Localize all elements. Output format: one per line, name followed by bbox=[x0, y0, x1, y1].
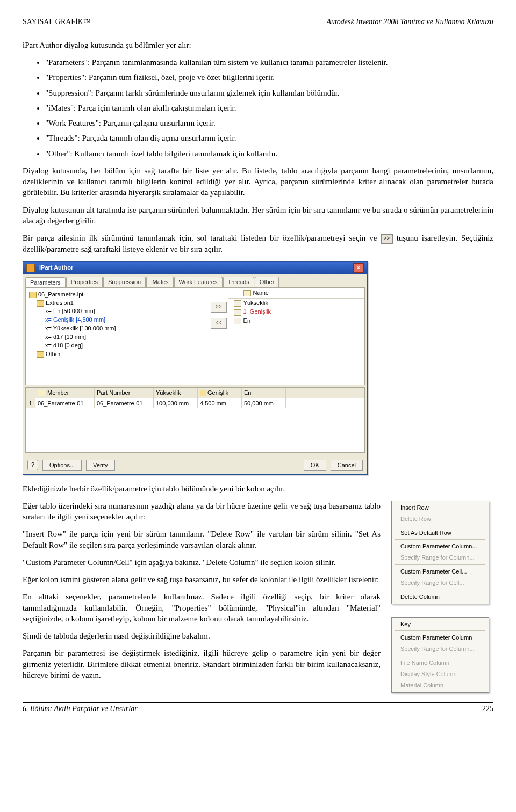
tab-workfeatures[interactable]: Work Features bbox=[174, 277, 223, 287]
tab-imates[interactable]: iMates bbox=[146, 277, 173, 287]
ctx2-range-col: Specify Range for Column... bbox=[393, 643, 488, 655]
ctx-default-row[interactable]: Set As Default Row bbox=[393, 527, 488, 539]
name-yukseklik[interactable]: Yükseklik bbox=[243, 300, 268, 306]
grid-h-member[interactable]: Member bbox=[47, 389, 69, 396]
ctx-custom-col[interactable]: Custom Parameter Column... bbox=[393, 541, 488, 552]
para-bottom-options: En alttaki seçenekler, parametrelerde ku… bbox=[23, 591, 381, 624]
tree-en[interactable]: x= En [50,000 mm] bbox=[29, 307, 205, 315]
tab-other[interactable]: Other bbox=[255, 277, 280, 287]
context-separator bbox=[395, 590, 485, 590]
ctx-custom-cell[interactable]: Custom Parameter Cell... bbox=[393, 566, 488, 577]
help-icon[interactable]: ? bbox=[27, 460, 38, 470]
para-units: Parçanın bir parametresi ise değiştirmek… bbox=[23, 648, 381, 680]
grid-row-1[interactable]: 1 06_Parametre-01 06_Parametre-01 100,00… bbox=[26, 398, 364, 409]
cell-genislik[interactable]: 4,500 mm bbox=[198, 398, 242, 409]
grid-h-genislik[interactable]: Genişlik bbox=[207, 389, 228, 396]
tree-pane[interactable]: 06_Parametre.ipt Extrusion1 x= En [50,00… bbox=[26, 288, 209, 385]
para-row-ops: "Insert Row" ile parça için yeni bir sür… bbox=[23, 528, 381, 550]
bottom-rule bbox=[23, 702, 493, 703]
ipart-author-dialog: iPart Author × Parameters Properties Sup… bbox=[23, 261, 368, 475]
ctx-insert-row[interactable]: Insert Row bbox=[393, 502, 488, 513]
grid-h-en[interactable]: En bbox=[242, 388, 286, 398]
cell-yukseklik[interactable]: 100,000 mm bbox=[154, 398, 198, 409]
para-custom-col: "Custom Parameter Column/Cell" için aşağ… bbox=[23, 557, 381, 568]
bullet-imates: "iMates": Parça için tanımlı olan akıllı… bbox=[45, 103, 493, 113]
p3a: Bir parça ailesinin ilk sürümünü tanımla… bbox=[23, 234, 381, 242]
close-icon[interactable]: × bbox=[353, 263, 364, 273]
grid-h-num bbox=[26, 388, 35, 398]
cell-en[interactable]: 50,000 mm bbox=[242, 398, 286, 409]
context-separator bbox=[395, 564, 485, 565]
verify-button[interactable]: Verify bbox=[86, 460, 115, 471]
context-separator bbox=[395, 526, 485, 526]
grid-h-yukseklik[interactable]: Yükseklik bbox=[154, 388, 198, 398]
feature-bullets: "Parameters": Parçanın tanımlanmasında k… bbox=[23, 57, 493, 159]
key-icon bbox=[38, 390, 45, 396]
intro-para: iPart Author diyalog kutusunda şu bölüml… bbox=[23, 40, 493, 50]
cell-member[interactable]: 06_Parametre-01 bbox=[35, 398, 95, 409]
list-icon bbox=[234, 309, 241, 316]
header-right: Autodesk Inventor 2008 Tanıtma ve Kullan… bbox=[326, 17, 493, 27]
remove-button[interactable]: << bbox=[211, 318, 227, 329]
add-button[interactable]: >> bbox=[211, 302, 227, 313]
tab-properties[interactable]: Properties bbox=[66, 277, 103, 287]
cell-partnumber[interactable]: 06_Parametre-01 bbox=[95, 398, 154, 409]
grid-area: Member Part Number Yükseklik Genişlik En… bbox=[25, 387, 365, 453]
tab-parameters[interactable]: Parameters bbox=[25, 277, 66, 288]
column-context-menu: Key Custom Parameter Column Specify Rang… bbox=[391, 617, 489, 693]
folder-icon bbox=[29, 292, 37, 298]
dialog-footer: ? Options... Verify OK Cancel bbox=[23, 456, 367, 474]
ctx2-key[interactable]: Key bbox=[393, 619, 488, 630]
ctx-range-col: Specify Range for Column... bbox=[393, 552, 488, 563]
tab-suppression[interactable]: Suppression bbox=[103, 277, 146, 287]
tree-root[interactable]: 06_Parametre.ipt bbox=[38, 291, 83, 298]
tree-yukseklik[interactable]: x= Yükseklik [100,000 mm] bbox=[29, 324, 205, 332]
ctx-range-cell: Specify Range for Cell... bbox=[393, 577, 488, 589]
ctx2-material-col: Material Column bbox=[393, 680, 488, 691]
key-icon bbox=[243, 290, 251, 296]
transfer-buttons: >> << bbox=[209, 288, 228, 385]
name-en[interactable]: En bbox=[243, 317, 250, 324]
tree-other[interactable]: Other bbox=[46, 351, 61, 357]
cancel-button[interactable]: Cancel bbox=[331, 460, 363, 471]
context-separator bbox=[395, 656, 485, 656]
dialog-title: iPart Author bbox=[39, 264, 73, 271]
options-button[interactable]: Options... bbox=[42, 460, 82, 471]
ctx-delete-row: Delete Row bbox=[393, 513, 488, 525]
para-first-version: Bir parça ailesinin ilk sürümünü tanımla… bbox=[23, 233, 493, 255]
bullet-other: "Other": Kullanıcı tanımlı özel tablo bi… bbox=[45, 148, 493, 159]
tree-extrusion[interactable]: Extrusion1 bbox=[46, 300, 74, 306]
dialog-titlebar[interactable]: iPart Author × bbox=[23, 262, 367, 274]
folder-icon bbox=[37, 351, 44, 358]
feature-icon bbox=[37, 300, 44, 307]
bullet-threads: "Threads": Parçada tanımlı olan diş açma… bbox=[45, 133, 493, 143]
row-context-menu: Insert Row Delete Row Set As Default Row… bbox=[391, 501, 489, 604]
tree-d18[interactable]: x= d18 [0 deg] bbox=[29, 342, 205, 350]
ok-button[interactable]: OK bbox=[304, 460, 326, 471]
tab-body: 06_Parametre.ipt Extrusion1 x= En [50,00… bbox=[25, 287, 365, 385]
ctx2-custom-col[interactable]: Custom Parameter Column bbox=[393, 632, 488, 643]
row-num[interactable]: 1 bbox=[26, 398, 35, 409]
ctx2-display-col: Display Style Column bbox=[393, 669, 488, 680]
app-icon bbox=[26, 264, 35, 272]
tab-threads[interactable]: Threads bbox=[223, 277, 254, 287]
para-versions: Diyalog kutusunun alt tarafında ise parç… bbox=[23, 205, 493, 227]
grid-header: Member Part Number Yükseklik Genişlik En bbox=[26, 388, 364, 398]
grid-h-partnumber[interactable]: Part Number bbox=[95, 388, 154, 398]
name-num: 1 bbox=[243, 308, 247, 315]
para-rightclick-row: Eğer tablo üzerindeki sıra numarasının y… bbox=[23, 501, 381, 523]
ctx-delete-col[interactable]: Delete Column bbox=[393, 591, 488, 603]
dialog-tabs: Parameters Properties Suppression iMates… bbox=[23, 274, 367, 287]
para-list-desc: Diyalog kutusunda, her bölüm için sağ ta… bbox=[23, 165, 493, 198]
bullet-workfeatures: "Work Features": Parçanın çalışma unsurl… bbox=[45, 118, 493, 128]
bullet-suppression: "Suppression": Parçanın farklı sürümleri… bbox=[45, 88, 493, 98]
context-separator bbox=[395, 539, 485, 540]
key-icon bbox=[200, 390, 206, 396]
name-pane: Name Yükseklik 1 Genişlik En bbox=[228, 288, 364, 385]
tree-d17[interactable]: x= d17 [10 mm] bbox=[29, 333, 205, 341]
bullet-parameters: "Parameters": Parçanın tanımlanmasında k… bbox=[45, 57, 493, 68]
name-genislik[interactable]: Genişlik bbox=[250, 308, 271, 315]
tree-genislik[interactable]: x= Genişlik [4,500 mm] bbox=[29, 316, 205, 324]
name-header: Name bbox=[253, 289, 269, 296]
page-number: 225 bbox=[482, 704, 493, 714]
